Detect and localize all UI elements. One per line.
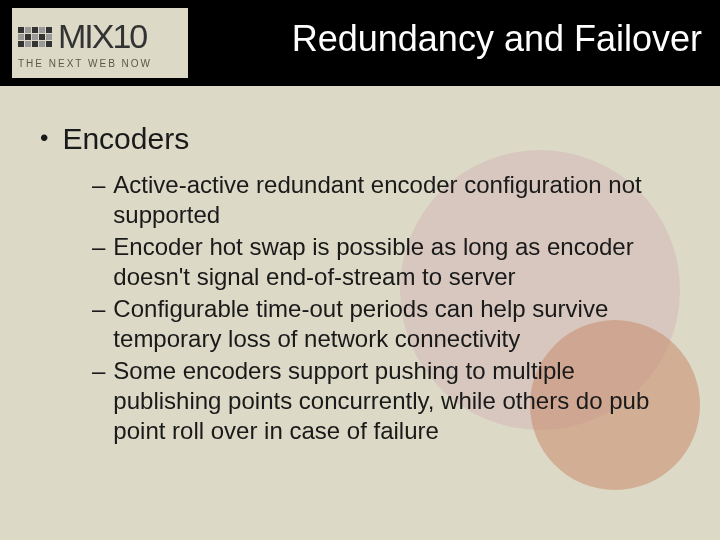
bullet-dash-icon: – <box>92 294 105 324</box>
bullet-dash-icon: – <box>92 170 105 200</box>
bullet-level2-text: Configurable time-out periods can help s… <box>113 294 680 354</box>
bullet-level2: – Configurable time-out periods can help… <box>92 294 680 354</box>
bullet-level1-text: Encoders <box>62 122 189 156</box>
bullet-level2-text: Active-active redundant encoder configur… <box>113 170 680 230</box>
bullet-level2: – Encoder hot swap is possible as long a… <box>92 232 680 292</box>
bullet-level2: – Some encoders support pushing to multi… <box>92 356 680 446</box>
logo: MIX10 THE NEXT WEB NOW <box>12 8 188 78</box>
bullet-dot-icon: • <box>40 122 48 153</box>
bullet-dash-icon: – <box>92 356 105 386</box>
slide-content: • Encoders – Active-active redundant enc… <box>0 86 720 446</box>
slide-title: Redundancy and Failover <box>292 18 702 60</box>
bullet-dash-icon: – <box>92 232 105 262</box>
header-bar: MIX10 THE NEXT WEB NOW Redundancy and Fa… <box>0 0 720 86</box>
logo-text: MIX10 <box>58 17 146 56</box>
logo-subtitle: THE NEXT WEB NOW <box>18 58 188 69</box>
sub-bullet-list: – Active-active redundant encoder config… <box>40 170 680 446</box>
logo-icon <box>18 27 52 47</box>
bullet-level1: • Encoders <box>40 122 680 156</box>
bullet-level2-text: Encoder hot swap is possible as long as … <box>113 232 680 292</box>
bullet-level2-text: Some encoders support pushing to multipl… <box>113 356 680 446</box>
bullet-level2: – Active-active redundant encoder config… <box>92 170 680 230</box>
